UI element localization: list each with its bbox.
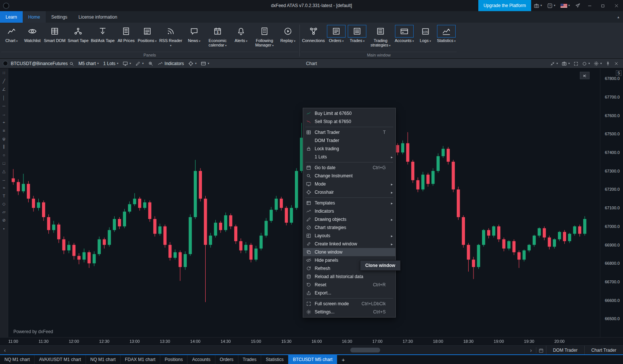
menu-item-lock-trading[interactable]: Lock trading: [303, 145, 395, 153]
menu-item-export[interactable]: Export...: [303, 289, 395, 297]
menu-tab-license-information[interactable]: License information: [73, 11, 123, 23]
menu-item-sell-stop-at-67650[interactable]: Sell Stop at 67650: [303, 117, 395, 126]
screenshot-button[interactable]: ▾: [531, 0, 545, 11]
ruler-tool[interactable]: ↔: [1, 177, 7, 182]
chart-trader-button[interactable]: Chart Trader: [584, 346, 623, 354]
menu-item-create-linked-window[interactable]: Create linked window▸: [303, 240, 395, 248]
bottom-tab-btcusdt-m5-chart[interactable]: BTCUSDT M5 chart: [288, 355, 337, 364]
menu-item-1-lots[interactable]: 1 Lots▸: [303, 153, 395, 161]
rhombus-tool[interactable]: ◇: [1, 201, 7, 207]
crosshair-button[interactable]: ▾: [186, 59, 198, 68]
close-button[interactable]: [610, 0, 623, 11]
bottom-tab-nq-m1-chart[interactable]: NQ M1 chart: [0, 355, 35, 364]
ellipse-tool[interactable]: ○: [1, 152, 7, 158]
indicators-button[interactable]: Indicators: [156, 59, 186, 68]
eraser-tool[interactable]: ⊘: [1, 218, 7, 223]
polygon-tool[interactable]: ▱: [1, 209, 7, 215]
drawing-objects-button[interactable]: ▾: [134, 59, 145, 68]
ribbon-item-connections[interactable]: Connections: [301, 25, 326, 43]
scroll-left-button[interactable]: ‹: [0, 346, 10, 354]
language-button[interactable]: ▾: [558, 0, 572, 11]
timeframe-selector[interactable]: M5 chart▾: [77, 59, 101, 68]
bottom-tab-orders[interactable]: Orders: [215, 355, 238, 364]
horizontal-line-tool[interactable]: ─: [1, 103, 7, 109]
ribbon-item-trading-strategies[interactable]: Trading strategies ▾: [367, 25, 394, 48]
menu-item-crosshair[interactable]: Crosshair▸: [303, 188, 395, 196]
add-tab-button[interactable]: +: [337, 355, 349, 364]
collapse-window-button[interactable]: ▾: [548, 59, 560, 68]
bottom-tab-statistics[interactable]: Statistics: [261, 355, 288, 364]
price-axis[interactable]: S 67800.067700.067600.067500.067400.0673…: [600, 68, 623, 337]
ribbon-item-news[interactable]: News ▾: [184, 25, 205, 43]
panels-button[interactable]: ▾: [199, 59, 211, 68]
arrow-tool[interactable]: →: [1, 111, 7, 117]
text-tool[interactable]: T: [1, 193, 7, 199]
instrument-selector[interactable]: BTCUSDT@BinanceFutures: [9, 59, 76, 68]
bottom-tab-positions[interactable]: Positions: [160, 355, 188, 364]
time-axis[interactable]: 11:0011:3012:0012:3013:0013:3014:0014:30…: [8, 338, 600, 345]
ribbon-item-smart-tape[interactable]: Smart Tape: [67, 25, 90, 43]
minimize-button[interactable]: [583, 0, 596, 11]
rectangle-tool[interactable]: □: [1, 160, 7, 166]
ribbon-item-accounts[interactable]: Accounts ▾: [394, 25, 415, 43]
menu-item-chart-strategies[interactable]: Chart strategies: [303, 223, 395, 232]
menu-item-full-screen-mode[interactable]: Full screen modeCtrl+LDbClk: [303, 300, 395, 308]
menu-item-layouts[interactable]: Layouts▸: [303, 232, 395, 240]
menu-item-reload-all-historical-data[interactable]: Reload all historical data: [303, 273, 395, 281]
cross-tool[interactable]: +: [1, 119, 7, 125]
triangle-tool[interactable]: △: [1, 168, 7, 174]
scroll-right-button[interactable]: ›: [526, 346, 536, 354]
ribbon-item-smart-dom[interactable]: Smart DOM: [43, 25, 67, 43]
parallel-channel-tool[interactable]: ∥: [1, 144, 7, 149]
trend-line-tool[interactable]: ╱: [1, 78, 7, 84]
ribbon-item-trades[interactable]: Trades ▾: [347, 25, 367, 43]
pin-button[interactable]: [604, 59, 612, 68]
settings-button[interactable]: ▾: [592, 59, 604, 68]
angle-tool[interactable]: ∠: [1, 87, 7, 92]
lots-selector[interactable]: 1 Lots▾: [102, 59, 121, 68]
menu-tab-learn[interactable]: Learn: [0, 11, 23, 23]
maximize-button[interactable]: [596, 0, 610, 11]
ribbon-item-economic-calendar[interactable]: $Economic calendar ▾: [205, 25, 231, 48]
menu-item-indicators[interactable]: Indicators: [303, 207, 395, 215]
menu-item-mode[interactable]: Mode▸: [303, 180, 395, 188]
scrollbar-track[interactable]: [10, 346, 526, 354]
menu-item-reset[interactable]: ResetCtrl+R: [303, 281, 395, 289]
bottom-tab-nq-m1-chart[interactable]: NQ M1 chart: [86, 355, 121, 364]
calendar-button[interactable]: [536, 346, 546, 354]
menu-item-settings[interactable]: Settings...Ctrl+S: [303, 308, 395, 316]
help-button[interactable]: ?▾: [545, 0, 558, 11]
menu-item-templates[interactable]: Templates▸: [303, 199, 395, 207]
menu-item-go-to-date[interactable]: Go to dateCtrl+G: [303, 164, 395, 172]
ribbon-item-rss-reader[interactable]: RSS Reader ▾: [158, 25, 184, 48]
telegram-button[interactable]: [572, 0, 583, 11]
menu-item-clone-window[interactable]: Clone window: [303, 248, 395, 256]
theme-button[interactable]: ▾: [580, 59, 592, 68]
vertical-line-tool[interactable]: │: [1, 95, 7, 100]
ribbon-item-logs[interactable]: LOGLogs ▾: [415, 25, 436, 43]
ribbon-item-positions[interactable]: Positions ▾: [137, 25, 158, 43]
go-to-realtime-button[interactable]: [580, 72, 590, 79]
menu-tab-settings[interactable]: Settings: [46, 11, 73, 23]
ribbon-item-statistics[interactable]: Statistics ▾: [436, 25, 457, 43]
fullscreen-button[interactable]: [572, 59, 580, 68]
ribbon-item-alerts[interactable]: Alerts ▾: [231, 25, 251, 43]
ribbon-item-all-prices[interactable]: All Prices: [116, 25, 137, 43]
ribbon-item-chart[interactable]: Chart ▾: [1, 25, 22, 43]
menu-item-buy-limit-at-67650[interactable]: Buy Limit at 67650: [303, 109, 395, 117]
ribbon-item-replay[interactable]: Replay ▾: [277, 25, 298, 43]
mode-button[interactable]: ▾: [121, 59, 133, 68]
close-window-button[interactable]: [612, 59, 620, 68]
dots-pattern-tool[interactable]: ∷: [1, 70, 7, 76]
ribbon-item-orders[interactable]: Orders ▾: [326, 25, 347, 43]
ribbon-item-following-manager[interactable]: Following Manager ▾: [251, 25, 277, 48]
upgrade-platform-button[interactable]: Upgrade the Platform: [478, 0, 531, 11]
menu-item-dom-trader[interactable]: DOM Trader: [303, 136, 395, 145]
menu-item-drawing-objects[interactable]: Drawing objects▸: [303, 215, 395, 223]
dom-trader-button[interactable]: DOM Trader: [546, 346, 584, 354]
chevron-up-icon[interactable]: ▴: [617, 11, 619, 23]
bottom-tab-accounts[interactable]: Accounts: [187, 355, 215, 364]
ribbon-item-watchlist[interactable]: Watchlist: [22, 25, 43, 43]
bottom-tab-trades[interactable]: Trades: [238, 355, 261, 364]
fib-levels-tool[interactable]: ≡: [1, 128, 7, 133]
